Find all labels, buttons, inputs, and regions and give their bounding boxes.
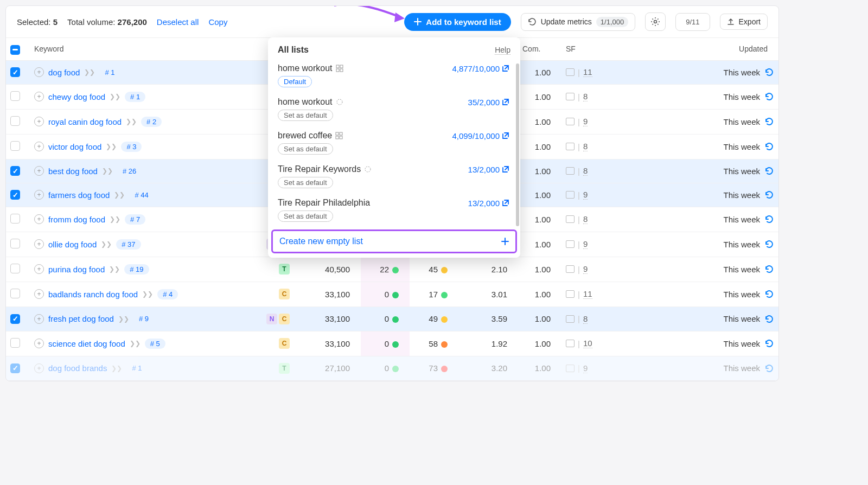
expand-icon[interactable]: + <box>34 166 44 176</box>
keyword-link[interactable]: purina dog food <box>48 265 105 274</box>
keyword-link[interactable]: royal canin dog food <box>48 117 122 126</box>
refresh-row-icon[interactable] <box>764 289 774 299</box>
row-checkbox[interactable] <box>10 141 20 151</box>
list-item[interactable]: home workout 4,877/10,000 Default <box>268 59 519 93</box>
position-pill: # 44 <box>129 190 154 200</box>
col-keyword[interactable]: Keyword <box>30 38 258 60</box>
serp-icon <box>566 167 575 175</box>
refresh-row-icon[interactable] <box>764 264 774 274</box>
chevron-icon: ❯❯ <box>101 240 112 248</box>
list-count[interactable]: 35/2,000 <box>468 98 509 107</box>
com-cell: 1.00 <box>518 331 561 356</box>
com-cell: 1.00 <box>518 60 561 84</box>
expand-icon[interactable]: + <box>34 190 44 200</box>
row-checkbox[interactable] <box>10 190 20 200</box>
com-cell: 1.00 <box>518 232 561 257</box>
list-count[interactable]: 4,099/10,000 <box>452 131 509 141</box>
results-cell: 0 <box>361 331 410 356</box>
keyword-link[interactable]: dog food <box>48 68 80 77</box>
update-metrics-button[interactable]: Update metrics 1/1,000 <box>521 13 636 31</box>
keyword-link[interactable]: science diet dog food <box>48 339 125 348</box>
help-link[interactable]: Help <box>495 46 510 55</box>
com-cell: 1.00 <box>518 307 561 331</box>
serp-icon <box>566 315 575 323</box>
keyword-link[interactable]: best dog food <box>48 167 98 176</box>
row-checkbox[interactable] <box>10 264 20 273</box>
expand-icon[interactable]: + <box>34 142 44 151</box>
list-count[interactable]: 4,877/10,000 <box>452 64 509 73</box>
keyword-link[interactable]: fresh pet dog food <box>48 314 114 323</box>
keyword-link[interactable]: badlands ranch dog food <box>48 290 138 299</box>
settings-button[interactable] <box>645 12 666 31</box>
expand-icon[interactable]: + <box>34 314 44 324</box>
keyword-link[interactable]: farmers dog food <box>48 190 110 200</box>
circle-icon <box>364 165 372 173</box>
deselect-all-link[interactable]: Deselect all <box>157 17 199 27</box>
row-checkbox[interactable] <box>10 166 20 176</box>
keyword-link[interactable]: dog food brands <box>48 363 107 373</box>
create-new-list-button[interactable]: Create new empty list <box>271 229 517 253</box>
list-item[interactable]: Tire Repair Keywords 13/2,000 Set as def… <box>268 160 519 194</box>
expand-icon[interactable]: + <box>34 239 44 249</box>
set-default-button[interactable]: Set as default <box>278 177 333 188</box>
refresh-row-icon[interactable] <box>764 117 774 126</box>
row-checkbox[interactable] <box>10 314 20 324</box>
expand-icon[interactable]: + <box>34 214 44 224</box>
row-checkbox[interactable] <box>10 91 20 101</box>
set-default-button[interactable]: Set as default <box>278 143 333 155</box>
export-button[interactable]: Export <box>720 14 768 30</box>
refresh-row-icon[interactable] <box>764 363 774 373</box>
row-checkbox[interactable] <box>10 239 20 248</box>
list-count[interactable]: 13/2,000 <box>468 199 509 208</box>
set-default-button[interactable]: Set as default <box>278 210 333 222</box>
refresh-row-icon[interactable] <box>764 239 774 249</box>
refresh-row-icon[interactable] <box>764 142 774 151</box>
row-checkbox[interactable] <box>10 67 20 77</box>
list-item[interactable]: brewed coffee 4,099/10,000 Set as defaul… <box>268 126 519 160</box>
columns-button[interactable]: 9/11 <box>675 13 710 31</box>
refresh-row-icon[interactable] <box>764 314 774 324</box>
set-default-button[interactable]: Set as default <box>278 110 333 121</box>
refresh-row-icon[interactable] <box>764 92 774 101</box>
row-checkbox[interactable] <box>10 363 20 373</box>
list-count[interactable]: 13/2,000 <box>468 165 509 174</box>
svg-rect-8 <box>336 136 339 139</box>
keyword-link[interactable]: victor dog food <box>48 142 101 151</box>
refresh-row-icon[interactable] <box>764 339 774 348</box>
refresh-row-icon[interactable] <box>764 190 774 200</box>
refresh-row-icon[interactable] <box>764 214 774 224</box>
list-item[interactable]: home workout 35/2,000 Set as default <box>268 93 519 126</box>
copy-link[interactable]: Copy <box>208 17 227 27</box>
scrollbar[interactable] <box>516 63 519 226</box>
expand-icon[interactable]: + <box>34 117 44 126</box>
keyword-link[interactable]: fromm dog food <box>48 215 105 224</box>
keyword-link[interactable]: chewy dog food <box>48 92 105 101</box>
expand-icon[interactable]: + <box>34 339 44 348</box>
row-checkbox[interactable] <box>10 338 20 348</box>
position-pill: # 26 <box>117 166 142 176</box>
list-item[interactable]: Tire Repair Philadelphia 13/2,000 Set as… <box>268 194 519 227</box>
refresh-row-icon[interactable] <box>764 166 774 176</box>
add-to-keyword-list-button[interactable]: Add to keyword list <box>404 13 510 31</box>
serp-icon <box>566 240 575 248</box>
row-checkbox[interactable] <box>10 116 20 126</box>
updated-text: This week <box>723 117 760 126</box>
col-sf[interactable]: SF <box>561 38 610 60</box>
kd-cell: 58 <box>410 331 458 356</box>
expand-icon[interactable]: + <box>34 289 44 299</box>
keyword-link[interactable]: ollie dog food <box>48 240 97 249</box>
col-com[interactable]: Com. <box>518 38 561 60</box>
row-checkbox[interactable] <box>10 289 20 298</box>
chevron-icon: ❯❯ <box>110 93 120 100</box>
col-updated[interactable]: Updated <box>610 38 778 60</box>
expand-icon[interactable]: + <box>34 363 44 373</box>
expand-icon[interactable]: + <box>34 92 44 101</box>
list-name: home workout <box>278 97 343 107</box>
chevron-icon: ❯❯ <box>130 340 141 347</box>
select-all-checkbox[interactable] <box>10 45 20 55</box>
refresh-row-icon[interactable] <box>764 67 774 77</box>
com-cell: 1.00 <box>518 109 561 134</box>
expand-icon[interactable]: + <box>34 264 44 274</box>
row-checkbox[interactable] <box>10 214 20 224</box>
expand-icon[interactable]: + <box>34 67 44 77</box>
